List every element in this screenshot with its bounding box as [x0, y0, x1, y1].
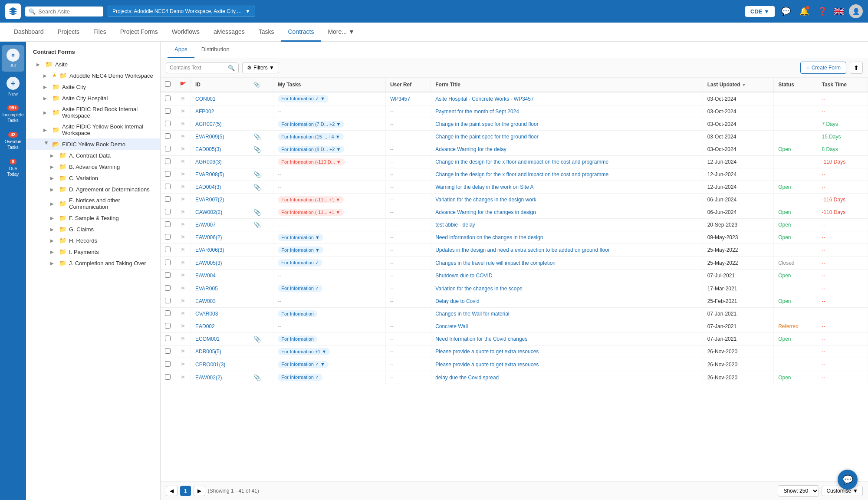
row-checkbox-cell[interactable] — [161, 118, 175, 131]
row-form-title[interactable]: Changes in the Wall for material — [431, 308, 703, 320]
task-badge[interactable]: For Information (8 D... +2 ▼ — [278, 146, 344, 153]
row-form-title[interactable]: Change in the paint spec for the ground … — [431, 131, 703, 143]
row-checkbox[interactable] — [165, 323, 171, 329]
create-form-button[interactable]: + Create Form — [800, 62, 846, 74]
task-badge[interactable]: For Information ✓ — [278, 374, 322, 381]
tab-apps[interactable]: Apps — [168, 42, 194, 58]
id-link[interactable]: EAW007 — [195, 222, 216, 228]
sidebar-item-agreement[interactable]: ▶ 📁 D. Agreement or Determinations — [26, 184, 160, 195]
form-title-link[interactable]: Updates in the design and need a extra s… — [435, 247, 610, 253]
prev-page-button[interactable]: ◀ — [166, 486, 178, 496]
row-checkbox[interactable] — [165, 260, 171, 265]
show-count-select[interactable]: Show: 250 Show: 100 Show: 50 — [778, 485, 819, 497]
form-title-link[interactable]: delay due the Covid spread — [435, 375, 499, 381]
row-my-tasks[interactable]: For Information (-110 D... ▼ — [273, 156, 386, 168]
project-selector[interactable]: Projects: Adoddle NEC4 Demo Workspace, A… — [108, 6, 255, 17]
id-link[interactable]: CPRO001(3) — [195, 362, 225, 368]
row-flag[interactable]: ⚑ — [175, 181, 191, 194]
row-flag[interactable]: ⚑ — [175, 358, 191, 371]
row-flag[interactable]: ⚑ — [175, 295, 191, 308]
row-id[interactable]: EAD005(3) — [191, 143, 249, 156]
row-flag[interactable]: ⚑ — [175, 371, 191, 384]
form-title-link[interactable]: Concrete Wall — [435, 323, 468, 329]
row-checkbox[interactable] — [165, 184, 171, 189]
row-checkbox[interactable] — [165, 336, 171, 341]
row-flag[interactable]: ⚑ — [175, 156, 191, 168]
row-checkbox[interactable] — [165, 361, 171, 367]
nav-files[interactable]: Files — [86, 23, 113, 42]
row-form-title[interactable]: Updates in the design and need a extra s… — [431, 244, 703, 257]
row-checkbox-cell[interactable] — [161, 131, 175, 143]
row-checkbox-cell[interactable] — [161, 270, 175, 282]
row-checkbox-cell[interactable] — [161, 92, 175, 105]
last-updated-header[interactable]: Last Updated ▼ — [703, 78, 773, 92]
row-form-title[interactable]: Advance Warning for the changes in desig… — [431, 206, 703, 219]
id-link[interactable]: EVAR007(2) — [195, 197, 224, 203]
row-form-title[interactable]: Shutdown due to COVID — [431, 270, 703, 282]
row-checkbox-cell[interactable] — [161, 231, 175, 244]
left-panel-due-today[interactable]: 0 Due Today — [2, 155, 24, 181]
row-checkbox-cell[interactable] — [161, 143, 175, 156]
sidebar-item-claims[interactable]: ▶ 📁 G. Claims — [26, 224, 160, 235]
row-id[interactable]: EAW003 — [191, 295, 249, 308]
row-form-title[interactable]: Variation for the changes in the design … — [431, 194, 703, 206]
sidebar-item-variation[interactable]: ▶ 📁 C. Variation — [26, 172, 160, 184]
row-id[interactable]: EAW007 — [191, 219, 249, 231]
row-form-title[interactable]: Warning for the delay in the work on Sit… — [431, 181, 703, 194]
form-title-link[interactable]: Delay due to Covid — [435, 298, 479, 304]
row-id[interactable]: EVAR008(5) — [191, 168, 249, 181]
row-flag[interactable]: ⚑ — [175, 308, 191, 320]
id-link[interactable]: AGR007(5) — [195, 121, 222, 127]
task-badge[interactable]: For Information (15 ... +4 ▼ — [278, 133, 343, 140]
row-form-title[interactable]: Delay due to Covid — [431, 295, 703, 308]
row-checkbox-cell[interactable] — [161, 320, 175, 333]
sidebar-item-fidic-yellow-internal[interactable]: ▶ 📁 Asite FIDIC Yellow Book Internal Wor… — [26, 121, 160, 138]
form-title-link[interactable]: Please provide a quote to get extra reso… — [435, 349, 539, 355]
row-flag[interactable]: ⚑ — [175, 143, 191, 156]
chat-button[interactable]: 💬 — [838, 470, 858, 490]
row-my-tasks[interactable]: For Information (8 D... +2 ▼ — [273, 143, 386, 156]
form-title-link[interactable]: Warning for the delay in the work on Sit… — [435, 184, 533, 190]
row-form-title[interactable]: Payment for the month of Sept 2024 — [431, 105, 703, 118]
id-link[interactable]: ECOM001 — [195, 336, 220, 342]
row-checkbox-cell[interactable] — [161, 219, 175, 231]
form-title-link[interactable]: Change in the paint spec for the ground … — [435, 134, 539, 140]
row-my-tasks[interactable]: For Information ✓ — [273, 282, 386, 295]
sidebar-item-contract-data[interactable]: ▶ 📁 A. Contract Data — [26, 150, 160, 161]
row-form-title[interactable]: Need Information for the Covid changes — [431, 333, 703, 345]
row-checkbox[interactable] — [165, 95, 171, 101]
row-my-tasks[interactable]: For Information ✓ — [273, 257, 386, 270]
row-flag[interactable]: ⚑ — [175, 231, 191, 244]
left-panel-incomplete[interactable]: 99+ IncompleteTasks — [2, 102, 24, 127]
row-form-title[interactable]: Variation for the changes in the scope — [431, 282, 703, 295]
task-badge[interactable]: For Information ✓ — [278, 259, 322, 266]
id-link[interactable]: ADR005(5) — [195, 349, 221, 355]
id-link[interactable]: CVAR003 — [195, 311, 218, 317]
row-flag[interactable]: ⚑ — [175, 345, 191, 358]
row-flag[interactable]: ⚑ — [175, 194, 191, 206]
row-form-title[interactable]: Please provide a quote to get extra reso… — [431, 345, 703, 358]
nav-more[interactable]: More... ▼ — [321, 23, 361, 42]
row-id[interactable]: EAW004 — [191, 270, 249, 282]
form-title-link[interactable]: Need information on the changes in the d… — [435, 234, 543, 240]
row-my-tasks[interactable]: -- — [273, 181, 386, 194]
row-checkbox[interactable] — [165, 285, 171, 291]
row-checkbox[interactable] — [165, 234, 171, 240]
row-my-tasks[interactable]: For Information — [273, 333, 386, 345]
next-page-button[interactable]: ▶ — [194, 486, 205, 496]
id-link[interactable]: EAW006(2) — [195, 234, 222, 240]
id-link[interactable]: CAW002(2) — [195, 209, 222, 215]
row-form-title[interactable]: Need information on the changes in the d… — [431, 231, 703, 244]
form-title-link[interactable]: test abbie - delay — [435, 222, 475, 228]
row-form-title[interactable]: Change in the design for the x floor and… — [431, 156, 703, 168]
id-link[interactable]: EAW004 — [195, 273, 216, 279]
row-id[interactable]: EAW006(2) — [191, 231, 249, 244]
row-my-tasks[interactable]: -- — [273, 320, 386, 333]
task-badge[interactable]: For Information +1 ▼ — [278, 348, 330, 355]
row-checkbox-cell[interactable] — [161, 257, 175, 270]
row-my-tasks[interactable]: For Information (-11... +1 ▼ — [273, 194, 386, 206]
form-title-link[interactable]: Changes in the travel rule will impact t… — [435, 260, 556, 266]
export-button[interactable]: ⬆ — [850, 62, 863, 74]
user-ref-header[interactable]: User Ref — [385, 78, 431, 92]
form-title-link[interactable]: Payment for the month of Sept 2024 — [435, 109, 519, 115]
